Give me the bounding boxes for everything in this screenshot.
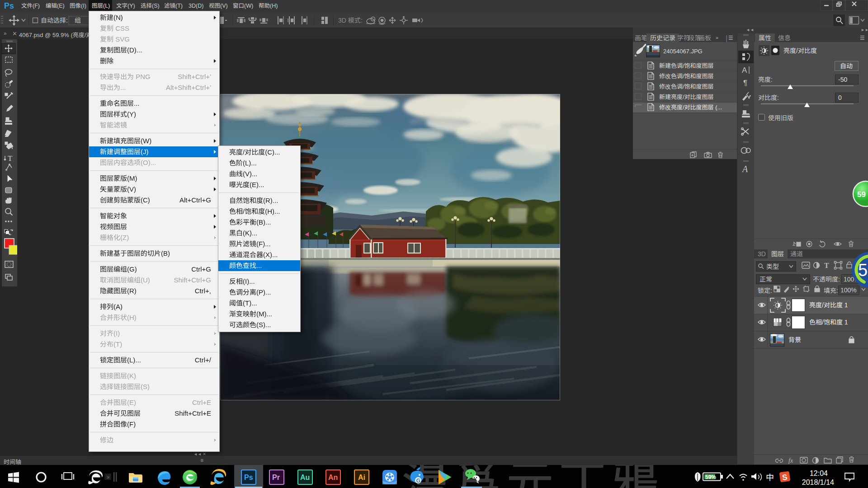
svg-text:A: A <box>742 66 747 75</box>
svg-text:中: 中 <box>766 473 774 482</box>
svg-text:新建亮度/对比度图层: 新建亮度/对比度图层 <box>659 94 714 100</box>
svg-text:修改色调/饱和度图层: 修改色调/饱和度图层 <box>659 83 714 90</box>
svg-text:fx: fx <box>788 457 793 464</box>
svg-text:2018/1/14: 2018/1/14 <box>802 479 834 486</box>
svg-text:Ai: Ai <box>358 474 365 481</box>
svg-text:填充:: 填充: <box>824 287 838 294</box>
svg-text:图层: 图层 <box>771 250 784 258</box>
svg-text:不透明度:: 不透明度: <box>813 276 840 283</box>
svg-text:G: G <box>416 478 420 484</box>
svg-text:使用旧版: 使用旧版 <box>768 114 793 122</box>
svg-text:Au: Au <box>300 474 310 481</box>
svg-text:正常: 正常 <box>760 276 772 283</box>
svg-text:通道: 通道 <box>790 250 803 258</box>
svg-text:An: An <box>328 474 338 481</box>
svg-text:A: A <box>741 164 748 174</box>
svg-text:12:04: 12:04 <box>810 469 828 477</box>
svg-text:T: T <box>824 262 829 269</box>
svg-text:新建色调/饱和度图层: 新建色调/饱和度图层 <box>659 62 714 69</box>
svg-text:色相/饱和度 1: 色相/饱和度 1 <box>809 319 848 326</box>
svg-text:T: T <box>8 154 13 163</box>
svg-text:修改色调/饱和度图层: 修改色调/饱和度图层 <box>659 73 714 80</box>
svg-text:3D: 3D <box>758 250 766 258</box>
svg-text:-50: -50 <box>838 76 847 83</box>
svg-text:对比度:: 对比度: <box>758 94 779 101</box>
svg-text:59%: 59% <box>705 474 716 480</box>
svg-text:组: 组 <box>75 17 81 24</box>
svg-text:¶: ¶ <box>743 79 747 87</box>
svg-text:59: 59 <box>857 190 866 199</box>
svg-text:0: 0 <box>838 94 842 101</box>
svg-text:3D 模式:: 3D 模式: <box>338 17 363 24</box>
svg-text:类型: 类型 <box>766 263 779 270</box>
svg-text:亮度:: 亮度: <box>758 76 773 83</box>
svg-text:5: 5 <box>858 261 868 280</box>
svg-text:24054067.JPG: 24054067.JPG <box>663 48 703 55</box>
svg-text:自动选择:: 自动选择: <box>41 17 68 24</box>
svg-text:Ps: Ps <box>244 474 253 481</box>
svg-text:亮度/对比度: 亮度/对比度 <box>783 47 817 54</box>
svg-text:Pr: Pr <box>272 474 280 481</box>
svg-text:自动: 自动 <box>840 62 853 70</box>
svg-text:背景: 背景 <box>788 336 801 343</box>
svg-text:亮度/对比度 1: 亮度/对比度 1 <box>809 301 848 309</box>
svg-text:锁定:: 锁定: <box>758 287 772 294</box>
svg-text:修改亮度/对比度图层 (...: 修改亮度/对比度图层 (... <box>659 104 722 111</box>
